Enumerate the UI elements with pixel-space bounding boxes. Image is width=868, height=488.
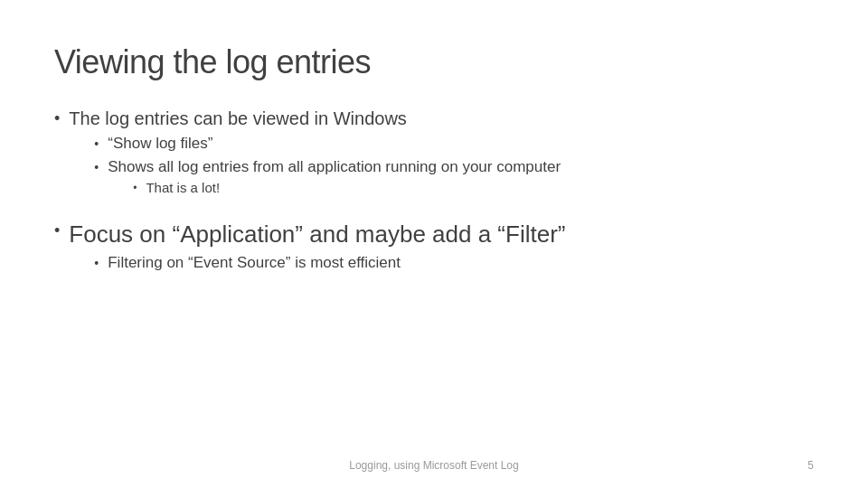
bullet-marker-1b1: •: [133, 182, 137, 194]
slide-content: • The log entries can be viewed in Windo…: [54, 108, 814, 277]
bullet-text-1a: “Show log files”: [108, 135, 212, 153]
slide: Viewing the log entries • The log entrie…: [0, 0, 868, 488]
bullet-text-1: The log entries can be viewed in Windows: [69, 108, 407, 128]
bullet-text-2a: Filtering on “Event Source” is most effi…: [108, 254, 401, 272]
bullet-level3-1b1: • That is a lot!: [133, 180, 561, 195]
bullet-level2-1b: • Shows all log entries from all applica…: [94, 158, 561, 199]
sub-bullets-2: • Filtering on “Event Source” is most ef…: [94, 254, 565, 272]
bullet-marker-2a: •: [94, 256, 99, 270]
footer-center-text: Logging, using Microsoft Event Log: [349, 459, 518, 472]
bullet-level2-2a: • Filtering on “Event Source” is most ef…: [94, 254, 565, 272]
sub-bullets-1: • “Show log files” • Shows all log entri…: [94, 135, 561, 199]
sub-sub-bullets-1b: • That is a lot!: [133, 180, 561, 195]
slide-title: Viewing the log entries: [54, 43, 814, 81]
bullet-text-2: Focus on “Application” and maybe add a “…: [69, 221, 565, 248]
footer: Logging, using Microsoft Event Log: [0, 459, 868, 472]
bullet-marker-2: •: [54, 221, 60, 240]
footer-page-number: 5: [807, 459, 814, 472]
bullet-marker-1a: •: [94, 136, 99, 151]
bullet-section-2: • Focus on “Application” and maybe add a…: [54, 221, 814, 277]
bullet-text-1b: Shows all log entries from all applicati…: [108, 158, 561, 175]
bullet-marker-1: •: [54, 109, 60, 128]
bullet-marker-1b: •: [94, 160, 99, 174]
bullet-section-1: • The log entries can be viewed in Windo…: [54, 108, 814, 204]
bullet-text-1b1: That is a lot!: [146, 180, 220, 195]
bullet-level2-1a: • “Show log files”: [94, 135, 561, 153]
